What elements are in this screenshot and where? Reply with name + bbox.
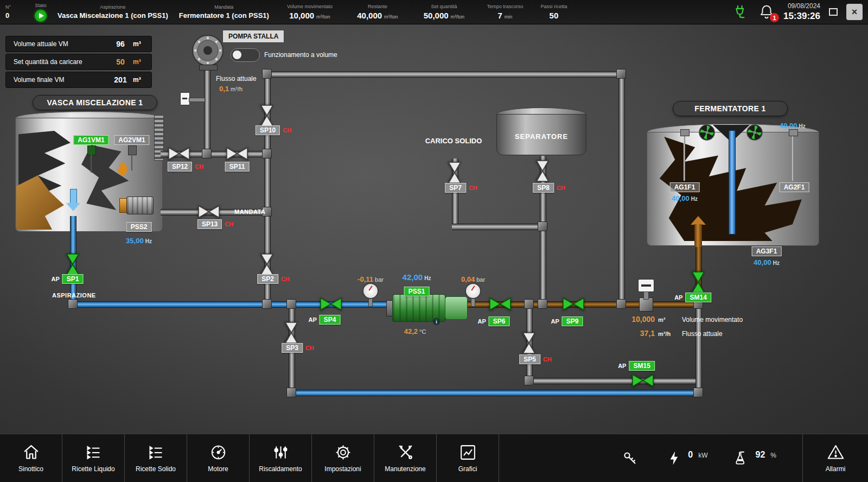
passi-column: Passi ricetta 50	[532, 0, 576, 25]
decoration	[233, 50, 241, 59]
pss2-frequency: 35,00Hz	[126, 237, 152, 245]
valve-tag: SP9	[562, 316, 583, 326]
decoration	[694, 224, 702, 247]
set-quantita-row[interactable]: Set quantità da caricare 50 m³	[5, 54, 152, 70]
valve-label-sm14[interactable]: APSM14	[674, 293, 711, 302]
heating-icon	[272, 443, 290, 461]
valve-sp11[interactable]	[226, 147, 248, 161]
agitator-roof-motor	[789, 129, 798, 136]
decoration	[70, 189, 77, 204]
valve-sp10[interactable]	[260, 105, 274, 126]
decoration	[199, 65, 218, 71]
flow-meter-volume-row: 10,000 m³ Volume movimentato	[627, 315, 743, 324]
nav-allarmi[interactable]: Allarmi	[802, 434, 868, 482]
valve-label-sp1[interactable]: APSP1	[52, 274, 84, 284]
valve-label-sp7[interactable]: SP7CH	[445, 183, 477, 193]
valve-state-closed: CH	[195, 163, 203, 170]
valve-label-sp8[interactable]: SP8CH	[533, 183, 565, 193]
valve-sp4[interactable]	[320, 297, 342, 311]
valve-sp2[interactable]	[260, 253, 274, 275]
flow-meter-flow-row: 37,1 m³/h Flusso attuale	[627, 329, 723, 338]
agitator-ag3f1-label[interactable]: AG3F1	[752, 246, 782, 256]
nav-motore[interactable]: Motore	[187, 434, 250, 482]
aspirazione-label: Aspirazione	[100, 4, 125, 10]
carico-solido-label: CARICO SOLIDO	[425, 137, 482, 145]
valve-sp8[interactable]	[535, 160, 550, 182]
valve-sm15[interactable]	[632, 373, 654, 388]
agitator-ag1f1-label[interactable]: AG1F1	[670, 182, 700, 192]
valve-sp13[interactable]	[198, 205, 220, 219]
valve-state-closed: CH	[305, 345, 314, 351]
volume-finale-value: 201	[108, 75, 133, 84]
nav-manutenzione[interactable]: Manutenzione	[374, 434, 437, 482]
key-icon[interactable]	[622, 450, 638, 466]
valve-state-closed: CH	[283, 127, 291, 134]
valve-state-open: AP	[551, 318, 559, 325]
valve-sp12[interactable]	[168, 147, 190, 161]
valve-label-sp13[interactable]: SP13CH	[197, 219, 233, 229]
tempo-label: Tempo trascorso	[487, 4, 524, 9]
separatore-label: SEPARATORE	[496, 132, 586, 141]
nav-grafici[interactable]: Grafici	[437, 434, 499, 482]
nav-label: Manutenzione	[385, 465, 425, 473]
nav-label: Motore	[208, 465, 228, 473]
valve-tag: SP1	[62, 274, 84, 284]
valve-label-sp6[interactable]: APSP6	[478, 316, 510, 326]
valve-tag: SP3	[282, 343, 303, 353]
pss1-pump[interactable]: i	[386, 293, 468, 322]
set-quantita-caricare-value[interactable]: 50	[108, 58, 133, 66]
nav-sinottico[interactable]: Sinottico	[0, 434, 62, 482]
valve-label-sp11[interactable]: SP11	[225, 162, 250, 172]
nav-ricette-solido[interactable]: Ricette Solido	[125, 434, 187, 482]
minimize-button[interactable]	[829, 8, 838, 16]
pompa-stalla-pump[interactable]	[190, 33, 225, 70]
valve-label-sp9[interactable]: APSP9	[551, 316, 583, 326]
pump-info-icon[interactable]: i	[433, 318, 440, 325]
play-status-button[interactable]	[35, 10, 47, 22]
agitator-ag2vm1-label[interactable]: AG2VM1	[114, 135, 149, 145]
bottom-nav: SinotticoRicette LiquidoRicette SolidoMo…	[0, 434, 868, 482]
suction-pressure-reading: -0,11bar	[358, 274, 384, 284]
nav-riscaldamento[interactable]: Riscaldamento	[250, 434, 312, 482]
valve-sm14[interactable]	[691, 271, 705, 293]
pipe	[452, 224, 545, 230]
pss1-label[interactable]: PSS1	[404, 286, 430, 296]
agitator-ag2f1-label[interactable]: AG2F1	[780, 182, 809, 192]
valve-label-sp5[interactable]: SP5CH	[519, 354, 552, 364]
level-value: 92	[756, 450, 765, 460]
nav-right: 0 kW 92 % Allarmi	[622, 434, 868, 482]
valve-label-sp2[interactable]: SP2CH	[257, 274, 290, 284]
date-text: 09/08/2024	[788, 2, 820, 10]
valve-sp1[interactable]	[66, 253, 80, 275]
volume-mode-toggle[interactable]	[231, 48, 260, 62]
valve-sp6[interactable]	[489, 297, 511, 311]
maintenance-icon	[397, 443, 414, 461]
agitator-ag1vm1-label[interactable]: AG1VM1	[73, 135, 108, 145]
nav-impostazioni[interactable]: Impostazioni	[312, 434, 374, 482]
valve-sp3[interactable]	[284, 322, 298, 344]
recipe-liquid-icon	[85, 443, 103, 461]
valve-state-open: AP	[52, 276, 60, 282]
valve-label-sp12[interactable]: SP12CH	[168, 162, 203, 172]
valve-label-sm15[interactable]: APSM15	[618, 361, 655, 371]
valve-sp9[interactable]	[563, 297, 584, 311]
valve-label-sp10[interactable]: SP10CH	[256, 125, 291, 135]
valve-tag: SP11	[225, 162, 250, 172]
valve-label-sp4[interactable]: APSP4	[309, 315, 341, 325]
pipe	[204, 64, 210, 156]
stalla-flusso-value: 0,1m³/h	[219, 85, 242, 93]
close-button[interactable]: ×	[846, 4, 863, 20]
nav-ricette-liquido[interactable]: Ricette Liquido	[62, 434, 125, 482]
vol-mov-label: Volume movimentato	[287, 4, 333, 9]
alarm-bell-icon[interactable]: 1	[758, 4, 775, 20]
valve-sp7[interactable]	[448, 162, 462, 183]
valve-sp5[interactable]	[522, 332, 536, 354]
header-right: 1 09/08/2024 15:39:26 ×	[731, 0, 868, 24]
volume-attuale-row: Volume attuale VM 96 m³	[5, 36, 152, 52]
pipe-joint	[262, 69, 272, 79]
ag1f1-frequency: 40,00Hz	[672, 194, 698, 202]
valve-label-sp3[interactable]: SP3CH	[282, 343, 314, 353]
motor-icon	[209, 443, 227, 461]
pss2-pump[interactable]	[118, 195, 159, 215]
volume-movimentato-column: Volume movimentato 10,000m³/ton	[275, 0, 345, 25]
